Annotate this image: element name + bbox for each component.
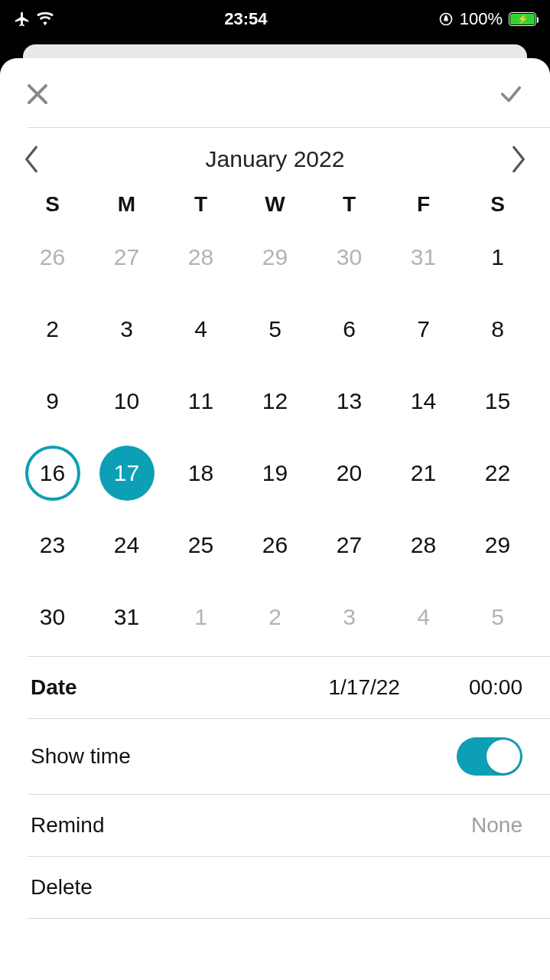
delete-row[interactable]: Delete xyxy=(28,856,550,919)
calendar-day[interactable]: 8 xyxy=(461,293,535,365)
remind-label: Remind xyxy=(31,813,104,838)
calendar-day[interactable]: 21 xyxy=(386,437,461,509)
show-time-label: Show time xyxy=(31,744,131,769)
day-header: T xyxy=(312,192,386,217)
calendar-day[interactable]: 2 xyxy=(238,581,312,653)
calendar-day[interactable]: 15 xyxy=(461,365,535,437)
calendar-day[interactable]: 24 xyxy=(89,509,164,581)
calendar-day[interactable]: 3 xyxy=(89,293,164,365)
battery-icon: ⚡ xyxy=(509,12,536,26)
delete-label: Delete xyxy=(31,875,93,900)
prev-month-icon[interactable] xyxy=(23,145,40,174)
calendar-day[interactable]: 18 xyxy=(164,437,238,509)
time-value: 00:00 xyxy=(469,675,522,700)
calendar-day[interactable]: 10 xyxy=(89,365,164,437)
confirm-check-icon[interactable] xyxy=(495,81,527,107)
calendar-day[interactable]: 6 xyxy=(312,293,386,365)
day-header: W xyxy=(238,192,312,217)
day-header: S xyxy=(15,192,89,217)
calendar-day[interactable]: 26 xyxy=(15,221,89,293)
remind-row[interactable]: Remind None xyxy=(28,794,550,856)
calendar-day[interactable]: 13 xyxy=(312,365,386,437)
calendar-day[interactable]: 31 xyxy=(89,581,164,653)
calendar-day[interactable]: 1 xyxy=(164,581,238,653)
day-header: M xyxy=(89,192,164,217)
date-picker-sheet: January 2022 SMTWTFS 2627282930311234567… xyxy=(0,58,550,980)
remind-value: None xyxy=(471,813,522,838)
calendar-grid: 2627282930311234567891011121314151617181… xyxy=(0,217,550,656)
calendar-day[interactable]: 5 xyxy=(238,293,312,365)
calendar-day[interactable]: 29 xyxy=(461,509,535,581)
calendar-day[interactable]: 31 xyxy=(386,221,461,293)
battery-percent: 100% xyxy=(460,9,503,29)
status-bar: 23:54 100% ⚡ xyxy=(0,0,550,38)
calendar-day[interactable]: 9 xyxy=(15,365,89,437)
day-header: F xyxy=(386,192,461,217)
day-header: T xyxy=(164,192,238,217)
calendar-day[interactable]: 28 xyxy=(386,509,461,581)
wifi-icon xyxy=(37,12,54,26)
calendar-day[interactable]: 2 xyxy=(15,293,89,365)
calendar-day[interactable]: 22 xyxy=(461,437,535,509)
calendar-day[interactable]: 25 xyxy=(164,509,238,581)
calendar-day[interactable]: 28 xyxy=(164,221,238,293)
calendar-day[interactable]: 1 xyxy=(461,221,535,293)
calendar-day[interactable]: 4 xyxy=(164,293,238,365)
calendar-day[interactable]: 20 xyxy=(312,437,386,509)
day-header: S xyxy=(461,192,535,217)
calendar-day[interactable]: 27 xyxy=(89,221,164,293)
calendar-day[interactable]: 4 xyxy=(386,581,461,653)
calendar-day[interactable]: 3 xyxy=(312,581,386,653)
date-label: Date xyxy=(31,675,77,700)
show-time-toggle[interactable] xyxy=(457,737,522,776)
calendar-day[interactable]: 30 xyxy=(312,221,386,293)
next-month-icon[interactable] xyxy=(510,145,527,174)
calendar-day[interactable]: 29 xyxy=(238,221,312,293)
calendar-day[interactable]: 5 xyxy=(461,581,535,653)
calendar-day[interactable]: 14 xyxy=(386,365,461,437)
calendar-day[interactable]: 19 xyxy=(238,437,312,509)
show-time-row: Show time xyxy=(28,718,550,794)
calendar-day[interactable]: 23 xyxy=(15,509,89,581)
day-headers: SMTWTFS xyxy=(0,181,550,217)
calendar-day[interactable]: 27 xyxy=(312,509,386,581)
airplane-mode-icon xyxy=(14,11,31,28)
close-icon[interactable] xyxy=(23,80,52,109)
calendar-day[interactable]: 16 xyxy=(15,437,89,509)
calendar-day[interactable]: 12 xyxy=(238,365,312,437)
month-title: January 2022 xyxy=(206,146,345,172)
calendar-day[interactable]: 17 xyxy=(89,437,164,509)
calendar-day[interactable]: 7 xyxy=(386,293,461,365)
calendar-day[interactable]: 26 xyxy=(238,509,312,581)
calendar-day[interactable]: 11 xyxy=(164,365,238,437)
date-row[interactable]: Date 1/17/22 00:00 xyxy=(28,656,550,718)
orientation-lock-icon xyxy=(438,11,454,27)
clock-time: 23:54 xyxy=(224,9,267,29)
date-value: 1/17/22 xyxy=(329,675,400,700)
calendar-day[interactable]: 30 xyxy=(15,581,89,653)
